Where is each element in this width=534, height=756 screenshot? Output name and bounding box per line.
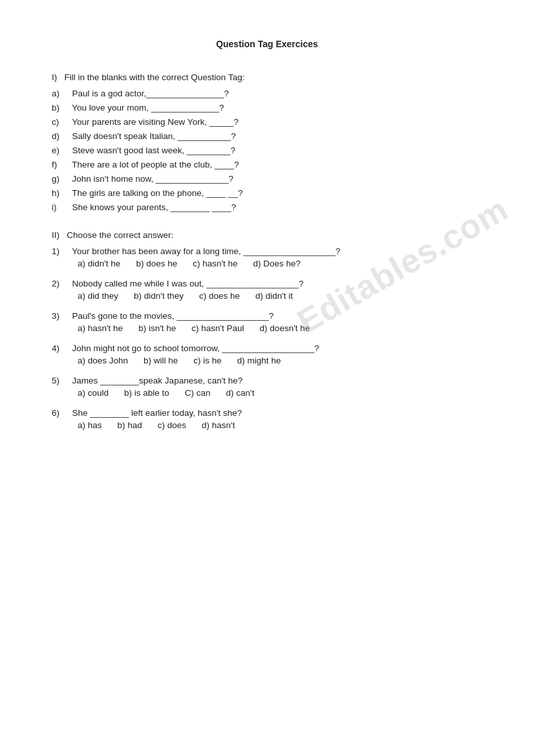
choice-item[interactable]: d) Does he? (253, 259, 301, 268)
choices-row: a) did theyb) didn't theyc) does hed) di… (78, 291, 482, 301)
choices-row: a) didn't heb) does hec) hasn't hed) Doe… (78, 259, 482, 268)
item-text: John isn't home now, _______________? (70, 174, 233, 184)
choice-item[interactable]: a) hasn't he (78, 323, 123, 333)
question-text: She ________ left earlier today, hasn't … (70, 408, 242, 418)
section-1-header: I) Fill in the blanks with the correct Q… (52, 72, 482, 82)
fill-blank-item: a) Paul is a god actor,________________? (52, 89, 482, 98)
multiple-choice-question: 4) John might not go to school tomorrow,… (52, 343, 482, 365)
choice-item[interactable]: a) did they (78, 291, 118, 301)
item-text: You love your mom, ______________? (70, 103, 224, 113)
question-line: 2) Nobody called me while I was out, ___… (52, 279, 482, 288)
item-label: c) (52, 117, 67, 127)
question-text: Paul's gone to the movies, _____________… (70, 311, 274, 321)
item-label: g) (52, 174, 67, 184)
section-2-header: II) Choose the correct answer: (52, 230, 482, 240)
item-label: d) (52, 131, 67, 141)
section-2: II) Choose the correct answer: 1) Your b… (52, 230, 482, 430)
multiple-choice-question: 3) Paul's gone to the movies, __________… (52, 311, 482, 333)
multiple-choice-question: 2) Nobody called me while I was out, ___… (52, 279, 482, 301)
fill-blank-item: f) There are a lot of people at the club… (52, 160, 482, 169)
item-text: Steve wasn't good last week, _________? (70, 146, 235, 155)
question-number: 6) (52, 408, 67, 418)
choice-item[interactable]: a) could (78, 388, 109, 398)
item-text: She knows your parents, ________ ____? (70, 202, 236, 212)
multiple-choice-question: 5) James ________speak Japanese, can't h… (52, 376, 482, 398)
item-label: b) (52, 103, 67, 113)
fill-blank-item: e) Steve wasn't good last week, ________… (52, 146, 482, 155)
question-line: 6) She ________ left earlier today, hasn… (52, 408, 482, 418)
section-1-instruction: Fill in the blanks with the correct Ques… (65, 72, 245, 82)
question-number: 1) (52, 246, 67, 256)
multiple-choice-question: 1) Your brother has been away for a long… (52, 246, 482, 268)
choice-item[interactable]: b) had (118, 420, 142, 430)
choice-item[interactable]: b) does he (136, 259, 177, 268)
question-line: 1) Your brother has been away for a long… (52, 246, 482, 256)
choice-item[interactable]: c) hasn't he (193, 259, 237, 268)
section-2-label: II) (52, 230, 59, 240)
question-text: James ________speak Japanese, can't he? (70, 376, 243, 385)
fill-blank-item: d) Sally doesn't speak Italian, ________… (52, 131, 482, 141)
fill-blank-item: i) She knows your parents, ________ ____… (52, 202, 482, 212)
section-1: I) Fill in the blanks with the correct Q… (52, 72, 482, 212)
item-label: i) (52, 202, 67, 212)
choice-item[interactable]: b) didn't they (134, 291, 184, 301)
item-text: Your parents are visiting New York, ____… (70, 117, 239, 127)
choice-item[interactable]: c) does he (199, 291, 240, 301)
item-text: The girls are talking on the phone, ____… (70, 188, 243, 198)
choice-item[interactable]: b) is able to (124, 388, 169, 398)
item-label: f) (52, 160, 67, 169)
question-number: 3) (52, 311, 67, 321)
question-number: 4) (52, 343, 67, 353)
section-1-label: I) (52, 72, 57, 82)
page-title: Question Tag Exercices (52, 39, 482, 49)
choice-item[interactable]: a) does John (78, 356, 128, 365)
choices-row: a) couldb) is able toC) cand) can't (78, 388, 482, 398)
question-number: 2) (52, 279, 67, 288)
choice-item[interactable]: c) does (158, 420, 186, 430)
choice-item[interactable]: b) isn't he (138, 323, 176, 333)
question-text: Your brother has been away for a long ti… (70, 246, 341, 256)
choices-row: a) hasn't heb) isn't hec) hasn't Pauld) … (78, 323, 482, 333)
item-label: a) (52, 89, 67, 98)
fill-blank-item: c) Your parents are visiting New York, _… (52, 117, 482, 127)
choice-item[interactable]: d) hasn't (202, 420, 235, 430)
item-text: Paul is a god actor,________________? (70, 89, 229, 98)
item-text: There are a lot of people at the club, _… (70, 160, 239, 169)
choice-item[interactable]: C) can (185, 388, 211, 398)
choices-row: a) does Johnb) will hec) is hed) might h… (78, 356, 482, 365)
choices-row: a) hasb) hadc) doesd) hasn't (78, 420, 482, 430)
question-number: 5) (52, 376, 67, 385)
question-line: 5) James ________speak Japanese, can't h… (52, 376, 482, 385)
item-label: e) (52, 146, 67, 155)
item-label: h) (52, 188, 67, 198)
choice-item[interactable]: b) will he (144, 356, 178, 365)
question-text: John might not go to school tomorrow, __… (70, 343, 319, 353)
choice-item[interactable]: a) didn't he (78, 259, 120, 268)
multiple-choice-question: 6) She ________ left earlier today, hasn… (52, 408, 482, 430)
fill-blank-item: h) The girls are talking on the phone, _… (52, 188, 482, 198)
fill-blank-item: b) You love your mom, ______________? (52, 103, 482, 113)
choice-item[interactable]: a) has (78, 420, 102, 430)
item-text: Sally doesn't speak Italian, ___________… (70, 131, 236, 141)
question-line: 3) Paul's gone to the movies, __________… (52, 311, 482, 321)
choice-item[interactable]: d) didn't it (255, 291, 293, 301)
fill-blank-item: g) John isn't home now, _______________? (52, 174, 482, 184)
choice-item[interactable]: d) can't (226, 388, 255, 398)
choice-item[interactable]: d) doesn't he (260, 323, 310, 333)
question-text: Nobody called me while I was out, ______… (70, 279, 304, 288)
section-2-instruction: Choose the correct answer: (67, 230, 173, 240)
choice-item[interactable]: c) is he (193, 356, 222, 365)
choice-item[interactable]: c) hasn't Paul (191, 323, 244, 333)
question-line: 4) John might not go to school tomorrow,… (52, 343, 482, 353)
choice-item[interactable]: d) might he (237, 356, 281, 365)
